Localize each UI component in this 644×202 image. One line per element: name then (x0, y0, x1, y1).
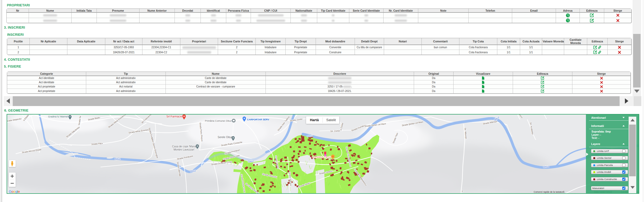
svg-text:Oituz: Oituz (307, 134, 313, 138)
svg-text:Oituz: Oituz (114, 157, 120, 161)
svg-text:Comenzi rapide de la tastatură: Comenzi rapide de la tastatură (534, 191, 564, 193)
svg-text:Serele Oituz: Serele Oituz (217, 136, 232, 139)
svg-text:CARPORTAR SERV: CARPORTAR SERV (247, 118, 269, 121)
svg-text:Bucătăria Familiei: Bucătăria Familiei (312, 156, 333, 159)
svg-text:Gradina lu' Marinel: Gradina lu' Marinel (48, 115, 68, 118)
svg-text:Oituz: Oituz (248, 160, 254, 163)
svg-text:Srl Farmacie: Srl Farmacie (166, 115, 182, 118)
svg-text:Primăria Comunei Oituz: Primăria Comunei Oituz (205, 119, 232, 122)
svg-text:Casa de copii 'Maria: Casa de copii 'Maria (172, 145, 196, 148)
svg-text:Montini Lavezzari': Montini Lavezzari' (173, 148, 195, 151)
